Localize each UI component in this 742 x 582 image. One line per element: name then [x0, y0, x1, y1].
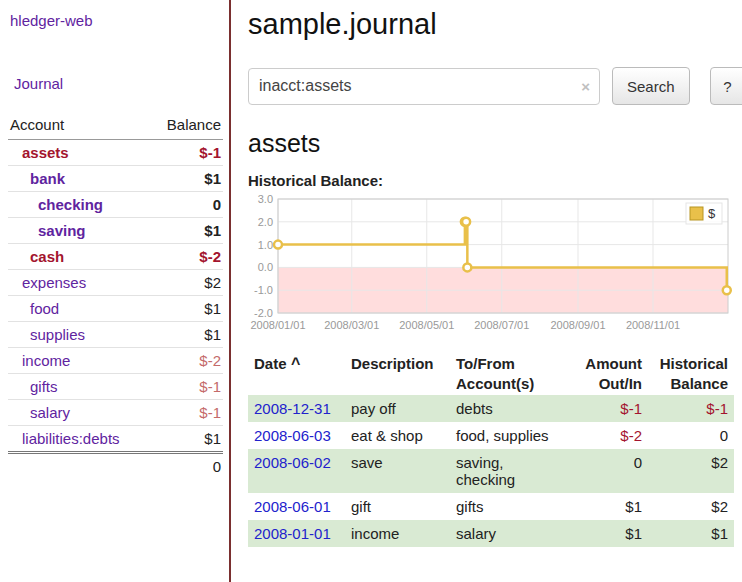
account-row: supplies$1: [8, 322, 223, 348]
register-col-date[interactable]: Date ^: [248, 352, 345, 395]
account-row: salary$-1: [8, 400, 223, 426]
register-row[interactable]: 2008-06-02savesaving, checking0$2: [248, 449, 734, 493]
transaction-date-link[interactable]: 2008-06-03: [254, 427, 331, 444]
search-form: × Search ?: [248, 67, 742, 105]
account-row: checking0: [8, 192, 223, 218]
chart-title: Historical Balance:: [248, 172, 742, 189]
account-row: assets$-1: [8, 140, 223, 166]
svg-text:-2.0: -2.0: [254, 307, 273, 319]
register-cell-date: 2008-01-01: [248, 520, 345, 547]
register-cell-accounts: saving, checking: [450, 449, 568, 493]
register-cell-description: gift: [345, 493, 450, 520]
svg-text:-1.0: -1.0: [254, 284, 273, 296]
help-button[interactable]: ?: [710, 67, 742, 105]
account-link[interactable]: liabilities:debts: [22, 430, 120, 447]
page-title: sample.journal: [248, 8, 742, 41]
accounts-table: Account Balance assets$-1bank$1checking0…: [8, 112, 223, 479]
account-link[interactable]: cash: [30, 248, 64, 265]
register-row[interactable]: 2008-06-03eat & shopfood, supplies$-20: [248, 422, 734, 449]
svg-text:0.0: 0.0: [258, 261, 273, 273]
register-row[interactable]: 2008-06-01giftgifts$1$2: [248, 493, 734, 520]
account-title: assets: [248, 129, 742, 158]
brand: hledger-web: [10, 12, 229, 29]
register-cell-accounts: debts: [450, 395, 568, 422]
account-balance: $-1: [149, 140, 223, 166]
register-cell-amount: $-2: [568, 422, 648, 449]
register-col-label: Date ^: [254, 354, 339, 375]
register-cell-date: 2008-12-31: [248, 395, 345, 422]
sidebar: hledger-web Journal Account Balance asse…: [0, 0, 231, 582]
account-link[interactable]: salary: [30, 404, 70, 421]
register-cell-balance: $2: [648, 493, 734, 520]
register-cell-amount: $-1: [568, 395, 648, 422]
account-row: saving$1: [8, 218, 223, 244]
account-balance: $1: [149, 218, 223, 244]
account-row: food$1: [8, 296, 223, 322]
register-col-description: Description: [345, 352, 450, 395]
search-field-wrap: ×: [248, 68, 600, 105]
account-link[interactable]: expenses: [22, 274, 86, 291]
sort-asc-icon[interactable]: ^: [287, 355, 301, 372]
register-cell-description: eat & shop: [345, 422, 450, 449]
transaction-date-link[interactable]: 2008-06-01: [254, 498, 331, 515]
account-balance: $1: [149, 426, 223, 453]
account-link[interactable]: bank: [30, 170, 65, 187]
accounts-header-balance: Balance: [149, 112, 223, 140]
account-row: income$-2: [8, 348, 223, 374]
account-link[interactable]: income: [22, 352, 70, 369]
register-cell-balance: $1: [648, 520, 734, 547]
register-col-label: Out/In: [574, 374, 642, 394]
accounts-total-row: 0: [8, 453, 223, 480]
account-row: expenses$2: [8, 270, 223, 296]
register-cell-date: 2008-06-02: [248, 449, 345, 493]
account-link[interactable]: saving: [38, 222, 86, 239]
accounts-total-spacer: [8, 453, 149, 480]
account-row: gifts$-1: [8, 374, 223, 400]
account-link[interactable]: checking: [38, 196, 103, 213]
register-table: Date ^DescriptionTo/FromAccount(s)Amount…: [248, 352, 734, 547]
clear-search-icon[interactable]: ×: [581, 79, 590, 94]
register-col-label: To/From: [456, 354, 562, 374]
register-cell-description: income: [345, 520, 450, 547]
svg-text:2008/01/01: 2008/01/01: [250, 319, 305, 331]
search-input[interactable]: [248, 68, 600, 105]
register-row[interactable]: 2008-01-01incomesalary$1$1: [248, 520, 734, 547]
register-col-label: Account(s): [456, 374, 562, 394]
transaction-date-link[interactable]: 2008-12-31: [254, 400, 331, 417]
register-cell-description: save: [345, 449, 450, 493]
account-balance: $1: [149, 322, 223, 348]
account-balance: 0: [149, 192, 223, 218]
account-link[interactable]: gifts: [30, 378, 58, 395]
transaction-date-link[interactable]: 2008-06-02: [254, 454, 331, 471]
transaction-date-link[interactable]: 2008-01-01: [254, 525, 331, 542]
svg-text:2008/05/01: 2008/05/01: [399, 319, 454, 331]
register-col-label: Historical: [654, 354, 728, 374]
register-cell-balance: 0: [648, 422, 734, 449]
register-cell-description: pay off: [345, 395, 450, 422]
svg-text:2008/07/01: 2008/07/01: [474, 319, 529, 331]
register-row[interactable]: 2008-12-31pay offdebts$-1$-1: [248, 395, 734, 422]
svg-text:$: $: [708, 206, 716, 221]
register-col-label: Description: [351, 354, 444, 374]
register-cell-amount: $1: [568, 520, 648, 547]
balance-chart-svg: 3.02.01.00.0-1.0-2.02008/01/012008/03/01…: [248, 191, 734, 339]
account-link[interactable]: supplies: [30, 326, 85, 343]
svg-text:2008/11/01: 2008/11/01: [626, 319, 680, 331]
search-button[interactable]: Search: [612, 67, 690, 105]
app-window: hledger-web Journal Account Balance asse…: [0, 0, 742, 582]
accounts-total-value: 0: [149, 453, 223, 480]
account-link[interactable]: food: [30, 300, 59, 317]
sidebar-item-journal[interactable]: Journal: [14, 75, 63, 92]
account-link[interactable]: assets: [22, 144, 69, 161]
register-cell-accounts: salary: [450, 520, 568, 547]
register-col-historical: HistoricalBalance: [648, 352, 734, 395]
account-balance: $-2: [149, 348, 223, 374]
register-col-label: Amount: [574, 354, 642, 374]
register-col-tofrom: To/FromAccount(s): [450, 352, 568, 395]
accounts-header-account: Account: [8, 112, 149, 140]
account-balance: $-2: [149, 244, 223, 270]
account-balance: $1: [149, 296, 223, 322]
register-header-row: Date ^DescriptionTo/FromAccount(s)Amount…: [248, 352, 734, 395]
main-panel: sample.journal × Search ? assets Histori…: [231, 0, 742, 582]
app-title-link[interactable]: hledger-web: [10, 12, 93, 29]
